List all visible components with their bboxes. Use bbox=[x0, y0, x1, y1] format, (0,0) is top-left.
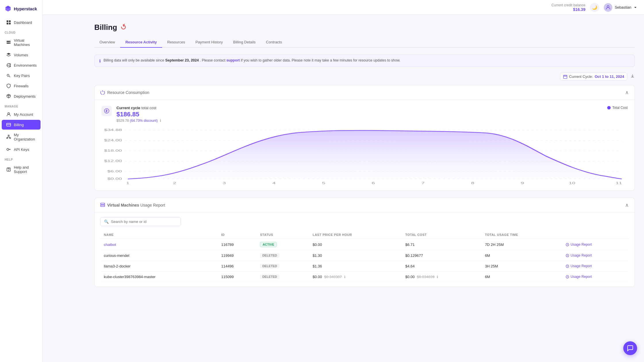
svg-rect-0 bbox=[7, 20, 8, 22]
sidebar-item-volumes[interactable]: Volumes bbox=[2, 50, 41, 60]
main-content: Billing ↺ Overview Resource Activity Res… bbox=[85, 15, 644, 362]
search-input[interactable] bbox=[111, 219, 177, 224]
usage-report-button-llama[interactable]: Usage Report bbox=[566, 264, 592, 268]
table-row: llama3-2-docker 114496 DELETED $1.36 $4.… bbox=[100, 261, 629, 272]
svg-rect-12 bbox=[8, 135, 9, 136]
sidebar-label-my-organization: My Organization bbox=[14, 133, 36, 141]
sidebar-item-my-account[interactable]: My Account bbox=[2, 109, 41, 119]
sidebar-label-volumes: Volumes bbox=[14, 53, 28, 57]
cost-amount: $186.85 bbox=[116, 111, 161, 118]
svg-rect-44 bbox=[101, 203, 105, 205]
discount-info-icon[interactable]: ℹ bbox=[160, 119, 161, 123]
grid-icon bbox=[6, 20, 11, 25]
vm-table-head: NAME ID STATUS LAST PRICE PER HOUR TOTAL… bbox=[100, 231, 629, 239]
sidebar-label-vms: Virtual Machines bbox=[14, 38, 36, 47]
collapse-consumption-button[interactable]: ∧ bbox=[625, 89, 629, 96]
cost-row: Current cycle total cost $186.85 $529.78… bbox=[101, 106, 628, 123]
svg-text:10: 10 bbox=[569, 182, 576, 185]
sidebar-item-environments[interactable]: Environments bbox=[2, 60, 41, 70]
collapse-vm-button[interactable]: ∧ bbox=[625, 202, 629, 208]
sidebar-item-virtual-machines[interactable]: Virtual Machines bbox=[2, 36, 41, 49]
sidebar-section-help: HELP bbox=[0, 155, 42, 162]
support-link[interactable]: support bbox=[226, 58, 240, 62]
vm-name-chatbot[interactable]: chatbot bbox=[104, 242, 116, 247]
search-wrap[interactable]: 🔍 bbox=[100, 217, 181, 226]
tab-overview[interactable]: Overview bbox=[94, 38, 120, 48]
username: Sebastian bbox=[615, 5, 631, 9]
svg-rect-45 bbox=[101, 205, 105, 207]
sidebar-item-deployments[interactable]: Deployments bbox=[2, 91, 41, 101]
svg-rect-11 bbox=[7, 123, 11, 126]
cost-info-icon[interactable]: ℹ bbox=[437, 275, 438, 279]
sidebar-label-deployments: Deployments bbox=[14, 94, 36, 99]
report-icon bbox=[566, 264, 569, 268]
download-button[interactable] bbox=[630, 74, 635, 80]
table-row: kube-cluster398763984-master 115099 DELE… bbox=[100, 272, 629, 282]
vm-id-chatbot: 116789 bbox=[218, 239, 256, 250]
sidebar-section-cloud: CLOUD bbox=[0, 28, 42, 35]
cycle-value: Oct 1 to 11, 2024 bbox=[595, 74, 624, 79]
usage-report-button-curious[interactable]: Usage Report bbox=[566, 253, 592, 257]
svg-point-7 bbox=[10, 43, 10, 43]
price-strikethrough: $0.348387 bbox=[324, 275, 342, 279]
vm-id-kube: 115099 bbox=[218, 272, 256, 282]
col-actions bbox=[562, 231, 629, 239]
search-icon: 🔍 bbox=[104, 219, 109, 224]
sidebar-label-api-keys: API Keys bbox=[14, 147, 29, 152]
tab-contracts[interactable]: Contracts bbox=[261, 38, 287, 48]
sidebar-label-dashboard: Dashboard bbox=[14, 20, 32, 25]
status-badge-chatbot: ACTIVE bbox=[260, 242, 277, 247]
sidebar-item-api-keys[interactable]: API Keys bbox=[2, 145, 41, 154]
page-title-row: Billing ↺ bbox=[94, 23, 635, 32]
cost-llama: $4.64 bbox=[402, 261, 482, 272]
calendar-icon bbox=[563, 75, 567, 79]
consumption-title: Resource Consumption bbox=[107, 90, 149, 95]
sidebar-item-help-support[interactable]: Help and Support bbox=[2, 163, 41, 176]
usage-report-button-kube[interactable]: Usage Report bbox=[566, 275, 592, 279]
shield-icon bbox=[6, 84, 11, 88]
sidebar-section-manage: MANAGE bbox=[0, 101, 42, 109]
vm-name-kube: kube-cluster398763984-master bbox=[100, 272, 218, 282]
sidebar: Hyperstack Dashboard CLOUD Virtual Machi… bbox=[0, 0, 43, 362]
svg-text:7: 7 bbox=[421, 182, 425, 185]
sidebar-item-firewalls[interactable]: Firewalls bbox=[2, 81, 41, 91]
col-name: NAME bbox=[100, 231, 218, 239]
report-icon bbox=[566, 254, 569, 257]
tab-payment-history[interactable]: Payment History bbox=[190, 38, 228, 48]
vm-body: 🔍 NAME ID STATUS LAST PRICE PER HOUR TOT… bbox=[95, 213, 635, 287]
cost-strikethrough: $0.034839 bbox=[417, 275, 434, 279]
tab-resources[interactable]: Resources bbox=[162, 38, 190, 48]
usage-curious: 6M bbox=[482, 250, 562, 261]
sidebar-item-key-pairs[interactable]: Key Pairs bbox=[2, 71, 41, 80]
svg-rect-1 bbox=[9, 20, 11, 22]
chart-legend: Total Cost bbox=[607, 106, 628, 110]
price-curious: $1.30 bbox=[309, 250, 402, 261]
svg-text:$18.00: $18.00 bbox=[104, 149, 122, 152]
tab-resource-activity[interactable]: Resource Activity bbox=[120, 38, 162, 48]
table-row: curious-mendel 119949 DELETED $1.30 $0.1… bbox=[100, 250, 629, 261]
sidebar-label-billing: Billing bbox=[14, 123, 24, 127]
info-banner: ℹ Billing data will only be available si… bbox=[94, 55, 635, 67]
svg-text:8: 8 bbox=[471, 182, 474, 185]
tab-billing-details[interactable]: Billing Details bbox=[228, 38, 261, 48]
price-info-icon[interactable]: ℹ bbox=[344, 275, 346, 279]
refresh-icon: ↺ bbox=[119, 22, 129, 33]
usage-report-button-chatbot[interactable]: Usage Report bbox=[566, 242, 592, 247]
cost-icon bbox=[101, 106, 112, 116]
chat-bubble-button[interactable] bbox=[623, 341, 637, 355]
info-text: Billing data will only be available sinc… bbox=[103, 58, 400, 62]
vm-name-llama: llama3-2-docker bbox=[100, 261, 218, 272]
price-kube: $0.00 $0.348387 ℹ bbox=[309, 272, 402, 282]
user-menu[interactable]: Sebastian bbox=[604, 3, 637, 12]
key-icon bbox=[6, 73, 11, 78]
cycle-input[interactable]: Current Cycle: Oct 1 to 11, 2024 bbox=[560, 73, 627, 80]
col-total-cost: TOTAL COST bbox=[402, 231, 482, 239]
svg-rect-14 bbox=[9, 138, 11, 138]
sidebar-item-billing[interactable]: Billing bbox=[2, 120, 41, 130]
globe-icon bbox=[6, 63, 11, 68]
cost-label: Current cycle total cost bbox=[116, 106, 161, 110]
sidebar-item-dashboard[interactable]: Dashboard bbox=[2, 18, 41, 27]
logo-icon bbox=[5, 5, 12, 12]
theme-toggle-button[interactable]: 🌙 bbox=[590, 3, 599, 12]
sidebar-item-my-organization[interactable]: My Organization bbox=[2, 130, 41, 144]
